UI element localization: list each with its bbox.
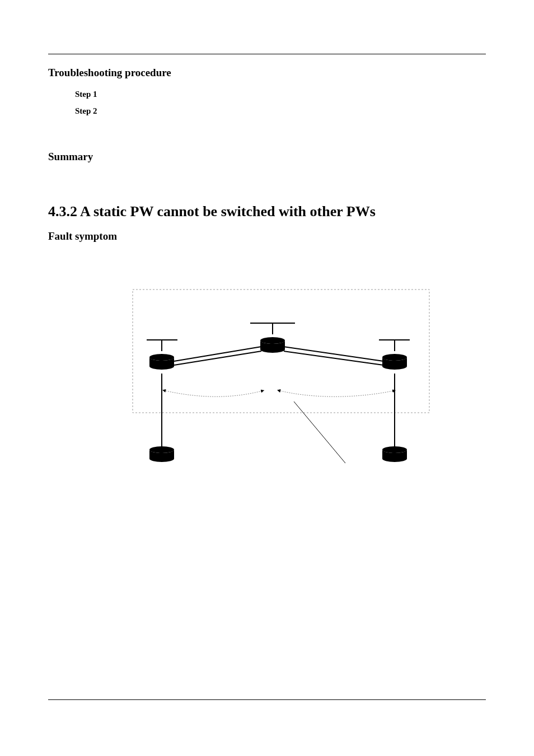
fault-symptom-heading: Fault symptom (48, 230, 486, 242)
router-icon (149, 446, 174, 462)
router-icon (382, 354, 407, 370)
svg-line-12 (284, 351, 383, 365)
summary-heading: Summary (48, 151, 486, 163)
router-icon (382, 446, 407, 462)
network-figure: R (48, 278, 486, 491)
step-2-label: Step 2 (75, 102, 486, 119)
svg-line-11 (284, 347, 383, 361)
svg-line-10 (174, 351, 261, 365)
step-1-label: Step 1 (75, 86, 486, 102)
svg-line-13 (294, 402, 345, 463)
router-icon (260, 337, 285, 353)
section-heading: 4.3.2 A static PW cannot be switched wit… (48, 203, 486, 220)
router-icon (149, 354, 174, 370)
svg-line-9 (174, 347, 261, 361)
troubleshooting-procedure-heading: Troubleshooting procedure (48, 67, 486, 79)
